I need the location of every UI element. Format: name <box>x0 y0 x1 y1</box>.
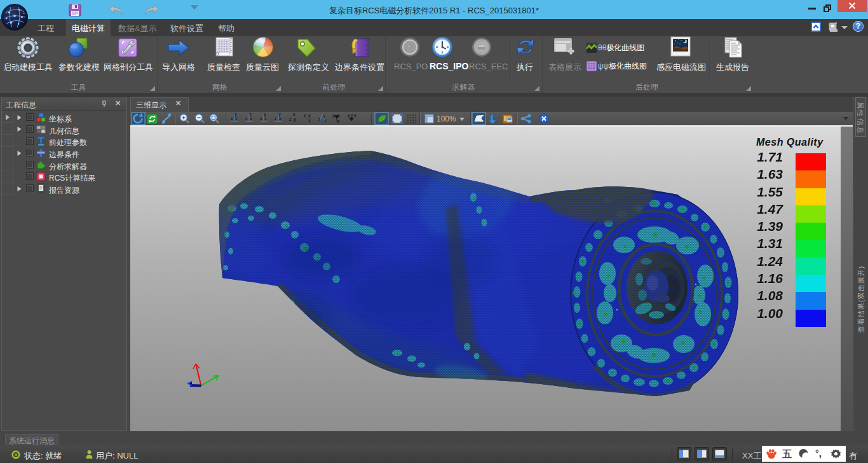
svg-text:z: z <box>289 117 292 121</box>
svg-text:z: z <box>337 119 340 123</box>
svg-text:y: y <box>308 113 311 118</box>
svg-text:z: z <box>245 116 248 121</box>
svg-text:x: x <box>250 116 252 121</box>
svg-text:y: y <box>249 112 252 117</box>
svg-text:y: y <box>234 112 237 117</box>
svg-text:z: z <box>264 116 267 121</box>
svg-text:x: x <box>308 118 311 123</box>
svg-text:x: x <box>260 116 262 121</box>
svg-text:z: z <box>275 116 277 121</box>
svg-text:y: y <box>264 112 266 117</box>
svg-text:x: x <box>231 116 233 121</box>
svg-text:y: y <box>278 112 281 117</box>
svg-text:100%: 100% <box>437 114 456 123</box>
svg-text:y: y <box>294 117 296 122</box>
svg-text:z: z <box>304 113 306 118</box>
svg-text:z: z <box>348 113 350 118</box>
svg-text:x: x <box>354 113 356 118</box>
svg-text:x: x <box>293 112 295 116</box>
svg-text:z: z <box>235 116 238 121</box>
svg-text:y: y <box>351 113 353 118</box>
svg-text:x: x <box>279 116 281 121</box>
